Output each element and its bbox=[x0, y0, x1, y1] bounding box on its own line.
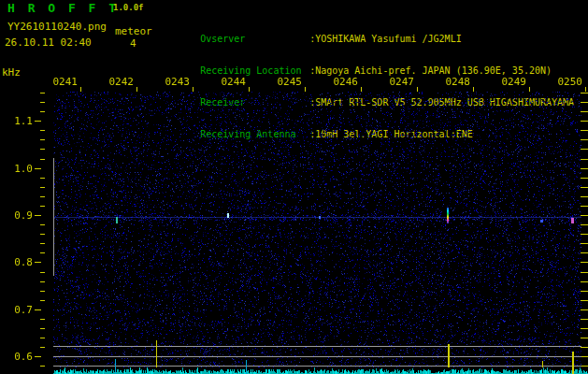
meteor-echo bbox=[447, 208, 449, 223]
time-label: 0248 bbox=[436, 76, 470, 88]
time-tick bbox=[361, 87, 362, 92]
freq-tick-minor bbox=[40, 319, 45, 320]
freq-label: 0.9 bbox=[0, 209, 33, 222]
freq-tick-major bbox=[35, 121, 41, 122]
freq-tick-major bbox=[35, 215, 41, 216]
level-line bbox=[53, 356, 581, 357]
hrofft-window: H R O F F T 1.0.0f YY2610110240.png mete… bbox=[0, 0, 588, 374]
time-tick bbox=[80, 87, 81, 92]
level-spike bbox=[115, 359, 116, 374]
time-tick bbox=[193, 87, 194, 92]
plot-overlay: 0241024202430244024502460247024802490250… bbox=[0, 0, 588, 374]
time-tick bbox=[249, 87, 250, 92]
freq-tick-right bbox=[581, 121, 588, 122]
freq-tick-right bbox=[581, 243, 588, 244]
freq-tick-minor bbox=[40, 338, 45, 338]
freq-tick-right bbox=[581, 130, 588, 131]
time-tick bbox=[473, 87, 474, 92]
freq-tick-minor bbox=[40, 206, 45, 207]
freq-tick-right bbox=[581, 366, 588, 367]
freq-tick-minor bbox=[40, 328, 45, 329]
freq-tick-right bbox=[581, 291, 588, 292]
freq-tick-right bbox=[581, 93, 588, 94]
time-label: 0242 bbox=[99, 76, 134, 88]
freq-tick-right bbox=[581, 252, 588, 253]
freq-tick-minor bbox=[40, 224, 45, 225]
freq-tick-right bbox=[581, 196, 588, 197]
freq-tick-right bbox=[581, 139, 588, 140]
edge-line bbox=[53, 158, 54, 276]
meteor-echo bbox=[116, 217, 118, 223]
freq-label: 0.6 bbox=[0, 351, 33, 363]
level-line bbox=[53, 366, 581, 367]
freq-tick-right bbox=[581, 309, 588, 310]
meteor-echo bbox=[319, 216, 321, 219]
freq-tick-minor bbox=[40, 139, 45, 140]
freq-tick-major bbox=[35, 168, 41, 169]
level-line bbox=[53, 346, 581, 347]
freq-tick-right bbox=[581, 168, 588, 169]
time-tick bbox=[417, 87, 418, 92]
freq-tick-minor bbox=[40, 300, 45, 301]
freq-tick-minor bbox=[40, 149, 45, 150]
time-label: 0250 bbox=[548, 76, 582, 88]
freq-label: 1.0 bbox=[0, 163, 33, 175]
freq-tick-minor bbox=[40, 159, 45, 160]
freq-tick-right bbox=[581, 347, 588, 348]
freq-tick-right bbox=[581, 281, 588, 282]
freq-tick-right bbox=[581, 111, 588, 112]
freq-tick-right bbox=[581, 328, 588, 329]
freq-label: 0.8 bbox=[0, 256, 33, 268]
freq-tick-minor bbox=[40, 111, 45, 112]
freq-tick-minor bbox=[40, 93, 45, 94]
freq-tick-minor bbox=[40, 366, 45, 367]
freq-tick-major bbox=[35, 309, 41, 310]
time-label: 0249 bbox=[492, 76, 526, 88]
time-tick bbox=[585, 87, 586, 92]
meteor-echo bbox=[227, 213, 229, 218]
time-tick bbox=[136, 87, 137, 92]
freq-tick-right bbox=[581, 187, 588, 188]
freq-tick-right bbox=[581, 206, 588, 207]
freq-tick-minor bbox=[40, 102, 45, 103]
freq-tick-right bbox=[581, 234, 588, 235]
time-tick bbox=[305, 87, 306, 92]
echo-marker-spike bbox=[156, 340, 157, 367]
freq-tick-right bbox=[581, 149, 588, 150]
time-label: 0245 bbox=[267, 76, 302, 88]
freq-tick-minor bbox=[40, 178, 45, 179]
echo-marker-spike bbox=[572, 352, 574, 374]
freq-tick-minor bbox=[40, 347, 45, 348]
freq-tick-right bbox=[581, 319, 588, 320]
freq-label: 0.7 bbox=[0, 304, 33, 316]
freq-tick-right bbox=[581, 272, 588, 273]
level-spike bbox=[246, 360, 247, 374]
freq-tick-right bbox=[581, 102, 588, 103]
freq-tick-minor bbox=[40, 196, 45, 197]
freq-tick-minor bbox=[40, 243, 45, 244]
time-label: 0243 bbox=[155, 76, 190, 88]
freq-tick-right bbox=[581, 300, 588, 301]
freq-tick-right bbox=[581, 159, 588, 160]
freq-tick-minor bbox=[40, 130, 45, 131]
freq-tick-minor bbox=[40, 187, 45, 188]
time-label: 0241 bbox=[43, 76, 78, 88]
time-label: 0246 bbox=[323, 76, 358, 88]
freq-tick-right bbox=[581, 356, 588, 357]
freq-tick-minor bbox=[40, 291, 45, 292]
freq-tick-right bbox=[581, 215, 588, 216]
freq-tick-minor bbox=[40, 281, 45, 282]
meteor-echo bbox=[540, 220, 543, 223]
freq-tick-major bbox=[35, 262, 41, 263]
time-tick bbox=[529, 87, 530, 92]
freq-tick-right bbox=[581, 338, 588, 338]
meteor-echo bbox=[571, 218, 574, 223]
freq-tick-minor bbox=[40, 252, 45, 253]
freq-tick-major bbox=[35, 356, 41, 357]
freq-tick-right bbox=[581, 178, 588, 179]
freq-tick-minor bbox=[40, 234, 45, 235]
freq-tick-minor bbox=[40, 272, 45, 273]
echo-marker-spike bbox=[448, 344, 450, 367]
freq-label: 1.1 bbox=[0, 115, 33, 127]
freq-tick-right bbox=[581, 224, 588, 225]
